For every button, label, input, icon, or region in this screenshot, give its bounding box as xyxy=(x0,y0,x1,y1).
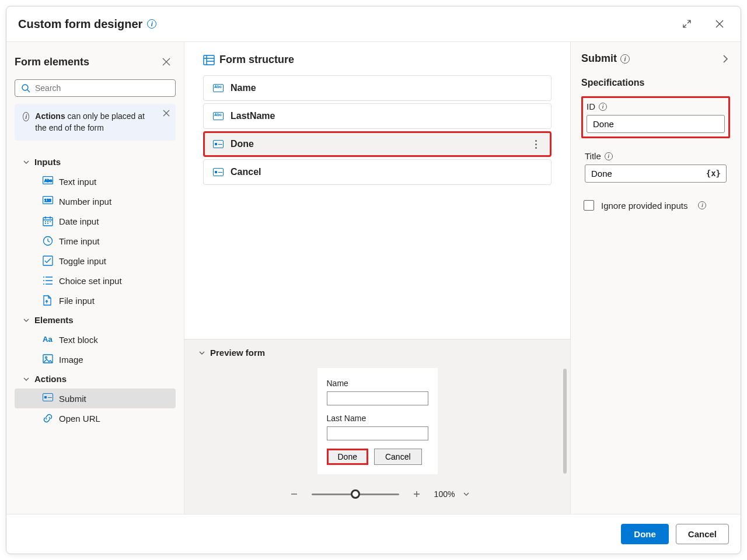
collapse-right-pane-icon[interactable] xyxy=(721,54,730,64)
struct-item-name[interactable]: Name xyxy=(203,75,551,101)
info-icon: i xyxy=(23,112,29,121)
preview-name-label: Name xyxy=(327,379,428,388)
zoom-value: 100% xyxy=(434,489,455,499)
tree-item-text-input[interactable]: Abc Text input xyxy=(15,172,176,191)
preview-lastname-input[interactable] xyxy=(327,426,428,440)
text-input-icon xyxy=(213,112,224,120)
struct-item-label: Done xyxy=(231,139,254,149)
notice-strong: Actions xyxy=(35,111,65,121)
id-label: ID xyxy=(587,102,595,111)
tree-item-time-input[interactable]: Time input xyxy=(15,231,176,251)
svg-rect-11 xyxy=(204,55,214,65)
preview-cancel-button[interactable]: Cancel xyxy=(374,449,422,465)
form-elements-pane: Form elements i Actions can only be plac… xyxy=(6,42,184,514)
tree-item-label: Text input xyxy=(59,177,96,187)
group-inputs[interactable]: Inputs xyxy=(15,152,176,172)
tree-item-file-input[interactable]: File input xyxy=(15,290,176,310)
tree-item-image[interactable]: Image xyxy=(15,349,176,369)
form-structure-area: Form structure Name LastName Done xyxy=(184,42,570,187)
form-structure-title: Form structure xyxy=(219,54,294,66)
group-inputs-label: Inputs xyxy=(34,157,61,167)
tree-item-label: Number input xyxy=(59,197,111,206)
title-input[interactable] xyxy=(585,164,727,183)
zoom-out-icon[interactable] xyxy=(285,485,303,503)
submit-icon xyxy=(213,168,224,176)
info-icon[interactable]: i xyxy=(698,201,706,209)
form-structure-icon xyxy=(203,54,215,66)
struct-item-cancel[interactable]: Cancel xyxy=(203,159,551,185)
struct-item-label: LastName xyxy=(231,111,275,121)
svg-text:123: 123 xyxy=(44,198,51,202)
tree-item-open-url[interactable]: Open URL xyxy=(15,408,176,428)
struct-item-label: Cancel xyxy=(231,167,261,177)
more-options-icon[interactable] xyxy=(530,140,542,149)
id-input[interactable] xyxy=(587,115,725,133)
preview-form-header[interactable]: Preview form xyxy=(198,348,556,358)
group-actions[interactable]: Actions xyxy=(15,369,176,388)
ignore-inputs-label: Ignore provided inputs xyxy=(601,201,687,211)
tree-item-label: Choice set input xyxy=(59,276,122,286)
struct-item-label: Name xyxy=(231,83,256,93)
group-elements-label: Elements xyxy=(34,315,74,325)
info-icon[interactable]: i xyxy=(599,103,607,111)
dialog-title: Custom form designer xyxy=(18,18,142,31)
tree-item-label: Date input xyxy=(59,216,99,226)
tree-item-label: Time input xyxy=(59,236,99,246)
form-elements-title: Form elements xyxy=(15,56,89,68)
preview-form-area: Preview form Name Last Name Done Cancel xyxy=(184,339,570,514)
tree-item-label: Toggle input xyxy=(59,256,106,266)
close-notice-icon[interactable] xyxy=(163,110,170,117)
tree-item-text-block[interactable]: Aa Text block xyxy=(15,330,176,349)
ignore-inputs-checkbox[interactable] xyxy=(584,200,594,211)
svg-text:Aa: Aa xyxy=(43,335,53,344)
preview-lastname-label: Last Name xyxy=(327,414,428,423)
cancel-button[interactable]: Cancel xyxy=(676,524,729,544)
svg-point-10 xyxy=(46,357,47,359)
info-icon[interactable]: i xyxy=(620,54,630,64)
preview-done-button[interactable]: Done xyxy=(327,449,368,465)
properties-title: Submit xyxy=(581,52,617,65)
svg-text:Abc: Abc xyxy=(44,178,52,183)
search-field[interactable] xyxy=(35,83,169,93)
preview-scrollbar[interactable] xyxy=(563,369,567,474)
info-icon[interactable]: i xyxy=(605,152,613,160)
tree-item-label: Text block xyxy=(59,335,98,345)
preview-title: Preview form xyxy=(210,348,265,358)
zoom-in-icon[interactable] xyxy=(407,485,426,503)
svg-rect-7 xyxy=(43,256,53,265)
tree-item-date-input[interactable]: Date input xyxy=(15,211,176,231)
specifications-title: Specifications xyxy=(581,78,730,88)
collapse-left-pane-icon[interactable] xyxy=(157,52,176,71)
tree-item-label: Open URL xyxy=(59,414,100,424)
tree-item-toggle-input[interactable]: Toggle input xyxy=(15,251,176,271)
tree-item-choice-set-input[interactable]: Choice set input xyxy=(15,271,176,290)
struct-item-lastname[interactable]: LastName xyxy=(203,103,551,129)
tree-item-label: Image xyxy=(59,355,83,365)
tree-item-label: File input xyxy=(59,296,95,306)
zoom-slider[interactable] xyxy=(312,494,399,495)
search-input[interactable] xyxy=(15,79,176,97)
text-input-icon xyxy=(213,84,224,92)
group-actions-label: Actions xyxy=(34,374,67,384)
done-button[interactable]: Done xyxy=(621,524,669,544)
preview-card: Name Last Name Done Cancel xyxy=(317,368,438,474)
info-icon[interactable]: i xyxy=(147,19,156,29)
preview-name-input[interactable] xyxy=(327,391,428,405)
tree-item-number-input[interactable]: 123 Number input xyxy=(15,191,176,211)
struct-item-done[interactable]: Done xyxy=(203,131,551,157)
actions-notice: i Actions can only be placed at the end … xyxy=(15,104,176,141)
variable-picker-icon[interactable]: {x} xyxy=(706,169,721,178)
svg-point-0 xyxy=(22,85,28,90)
properties-pane: Submit i Specifications ID i Title i xyxy=(570,42,741,514)
expand-icon[interactable] xyxy=(678,15,696,33)
close-icon[interactable] xyxy=(710,15,729,33)
submit-icon xyxy=(213,140,224,148)
tree-item-label: Submit xyxy=(59,394,86,404)
title-field-group: Title i {x} xyxy=(581,148,730,186)
group-elements[interactable]: Elements xyxy=(15,310,176,330)
id-field-group: ID i xyxy=(581,96,730,138)
zoom-chevron-icon[interactable] xyxy=(463,491,470,498)
tree-item-submit[interactable]: Submit xyxy=(15,388,176,408)
title-label: Title xyxy=(585,151,601,161)
